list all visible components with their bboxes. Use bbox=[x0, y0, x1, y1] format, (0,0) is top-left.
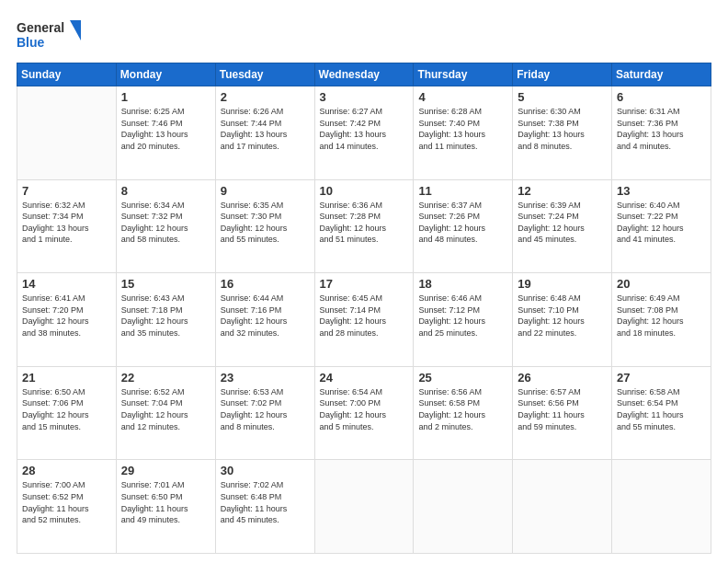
day-number: 19 bbox=[518, 277, 607, 291]
logo: GeneralBlue bbox=[17, 17, 81, 53]
day-info: Sunrise: 6:39 AM Sunset: 7:24 PM Dayligh… bbox=[518, 200, 607, 246]
day-info: Sunrise: 6:49 AM Sunset: 7:08 PM Dayligh… bbox=[617, 293, 706, 339]
calendar-cell: 13Sunrise: 6:40 AM Sunset: 7:22 PM Dayli… bbox=[612, 179, 711, 273]
day-number: 4 bbox=[418, 90, 507, 104]
day-info: Sunrise: 6:41 AM Sunset: 7:20 PM Dayligh… bbox=[22, 293, 111, 339]
calendar-cell: 8Sunrise: 6:34 AM Sunset: 7:32 PM Daylig… bbox=[116, 179, 215, 273]
day-info: Sunrise: 6:57 AM Sunset: 6:56 PM Dayligh… bbox=[518, 386, 607, 432]
day-number: 27 bbox=[617, 371, 706, 385]
calendar-cell: 18Sunrise: 6:46 AM Sunset: 7:12 PM Dayli… bbox=[414, 273, 513, 367]
day-info: Sunrise: 6:28 AM Sunset: 7:40 PM Dayligh… bbox=[418, 106, 507, 152]
day-info: Sunrise: 6:31 AM Sunset: 7:36 PM Dayligh… bbox=[617, 106, 706, 152]
day-number: 23 bbox=[221, 371, 310, 385]
calendar-cell: 22Sunrise: 6:52 AM Sunset: 7:04 PM Dayli… bbox=[116, 366, 215, 460]
day-number: 3 bbox=[320, 90, 409, 104]
day-info: Sunrise: 6:26 AM Sunset: 7:44 PM Dayligh… bbox=[221, 106, 310, 152]
day-info: Sunrise: 6:48 AM Sunset: 7:10 PM Dayligh… bbox=[518, 293, 607, 339]
calendar-cell: 20Sunrise: 6:49 AM Sunset: 7:08 PM Dayli… bbox=[612, 273, 711, 367]
weekday-header-tuesday: Tuesday bbox=[215, 63, 314, 86]
header: GeneralBlue bbox=[17, 17, 711, 53]
day-info: Sunrise: 6:58 AM Sunset: 6:54 PM Dayligh… bbox=[617, 386, 706, 432]
calendar-cell: 12Sunrise: 6:39 AM Sunset: 7:24 PM Dayli… bbox=[513, 179, 612, 273]
calendar-cell: 1Sunrise: 6:25 AM Sunset: 7:46 PM Daylig… bbox=[116, 86, 215, 180]
day-info: Sunrise: 6:53 AM Sunset: 7:02 PM Dayligh… bbox=[221, 386, 310, 432]
weekday-header-saturday: Saturday bbox=[612, 63, 711, 86]
calendar-cell: 16Sunrise: 6:44 AM Sunset: 7:16 PM Dayli… bbox=[215, 273, 314, 367]
calendar-cell: 4Sunrise: 6:28 AM Sunset: 7:40 PM Daylig… bbox=[414, 86, 513, 180]
day-number: 7 bbox=[22, 184, 111, 198]
day-number: 30 bbox=[221, 464, 310, 477]
calendar-cell: 27Sunrise: 6:58 AM Sunset: 6:54 PM Dayli… bbox=[612, 366, 711, 460]
calendar-cell: 3Sunrise: 6:27 AM Sunset: 7:42 PM Daylig… bbox=[314, 86, 414, 180]
logo-svg: GeneralBlue bbox=[17, 17, 81, 53]
calendar-cell: 26Sunrise: 6:57 AM Sunset: 6:56 PM Dayli… bbox=[513, 366, 612, 460]
calendar-cell bbox=[513, 460, 612, 554]
day-number: 9 bbox=[221, 184, 310, 198]
week-row-3: 14Sunrise: 6:41 AM Sunset: 7:20 PM Dayli… bbox=[17, 273, 711, 367]
day-number: 15 bbox=[121, 277, 210, 291]
calendar-cell: 5Sunrise: 6:30 AM Sunset: 7:38 PM Daylig… bbox=[513, 86, 612, 180]
day-number: 25 bbox=[418, 371, 507, 385]
calendar-cell: 2Sunrise: 6:26 AM Sunset: 7:44 PM Daylig… bbox=[215, 86, 314, 180]
weekday-header-row: SundayMondayTuesdayWednesdayThursdayFrid… bbox=[17, 63, 711, 86]
day-info: Sunrise: 6:34 AM Sunset: 7:32 PM Dayligh… bbox=[121, 200, 210, 246]
day-number: 8 bbox=[121, 184, 210, 198]
calendar-cell: 21Sunrise: 6:50 AM Sunset: 7:06 PM Dayli… bbox=[17, 366, 117, 460]
weekday-header-thursday: Thursday bbox=[414, 63, 513, 86]
day-info: Sunrise: 6:25 AM Sunset: 7:46 PM Dayligh… bbox=[121, 106, 210, 152]
calendar-cell: 9Sunrise: 6:35 AM Sunset: 7:30 PM Daylig… bbox=[215, 179, 314, 273]
calendar-cell: 14Sunrise: 6:41 AM Sunset: 7:20 PM Dayli… bbox=[17, 273, 117, 367]
calendar-cell bbox=[314, 460, 414, 554]
day-number: 2 bbox=[221, 90, 310, 104]
day-info: Sunrise: 6:44 AM Sunset: 7:16 PM Dayligh… bbox=[221, 293, 310, 339]
day-number: 17 bbox=[320, 277, 409, 291]
day-info: Sunrise: 7:01 AM Sunset: 6:50 PM Dayligh… bbox=[121, 479, 210, 525]
week-row-1: 1Sunrise: 6:25 AM Sunset: 7:46 PM Daylig… bbox=[17, 86, 711, 180]
svg-text:General: General bbox=[17, 20, 64, 35]
calendar-cell: 11Sunrise: 6:37 AM Sunset: 7:26 PM Dayli… bbox=[414, 179, 513, 273]
calendar-cell bbox=[414, 460, 513, 554]
calendar-cell bbox=[612, 460, 711, 554]
day-number: 26 bbox=[518, 371, 607, 385]
calendar-cell: 30Sunrise: 7:02 AM Sunset: 6:48 PM Dayli… bbox=[215, 460, 314, 554]
day-number: 10 bbox=[320, 184, 409, 198]
day-number: 13 bbox=[617, 184, 706, 198]
calendar-cell: 15Sunrise: 6:43 AM Sunset: 7:18 PM Dayli… bbox=[116, 273, 215, 367]
calendar-table: SundayMondayTuesdayWednesdayThursdayFrid… bbox=[17, 63, 711, 554]
weekday-header-monday: Monday bbox=[116, 63, 215, 86]
calendar-cell: 28Sunrise: 7:00 AM Sunset: 6:52 PM Dayli… bbox=[17, 460, 117, 554]
calendar-cell: 25Sunrise: 6:56 AM Sunset: 6:58 PM Dayli… bbox=[414, 366, 513, 460]
calendar-cell: 23Sunrise: 6:53 AM Sunset: 7:02 PM Dayli… bbox=[215, 366, 314, 460]
day-info: Sunrise: 6:45 AM Sunset: 7:14 PM Dayligh… bbox=[320, 293, 409, 339]
day-number: 5 bbox=[518, 90, 607, 104]
day-info: Sunrise: 6:37 AM Sunset: 7:26 PM Dayligh… bbox=[418, 200, 507, 246]
day-info: Sunrise: 6:52 AM Sunset: 7:04 PM Dayligh… bbox=[121, 386, 210, 432]
day-info: Sunrise: 6:54 AM Sunset: 7:00 PM Dayligh… bbox=[320, 386, 409, 432]
day-info: Sunrise: 6:30 AM Sunset: 7:38 PM Dayligh… bbox=[518, 106, 607, 152]
day-number: 14 bbox=[22, 277, 111, 291]
week-row-4: 21Sunrise: 6:50 AM Sunset: 7:06 PM Dayli… bbox=[17, 366, 711, 460]
day-info: Sunrise: 6:36 AM Sunset: 7:28 PM Dayligh… bbox=[320, 200, 409, 246]
calendar-cell: 10Sunrise: 6:36 AM Sunset: 7:28 PM Dayli… bbox=[314, 179, 414, 273]
day-number: 18 bbox=[418, 277, 507, 291]
weekday-header-sunday: Sunday bbox=[17, 63, 117, 86]
calendar-cell: 24Sunrise: 6:54 AM Sunset: 7:00 PM Dayli… bbox=[314, 366, 414, 460]
calendar-cell bbox=[17, 86, 117, 180]
day-info: Sunrise: 6:27 AM Sunset: 7:42 PM Dayligh… bbox=[320, 106, 409, 152]
day-info: Sunrise: 6:56 AM Sunset: 6:58 PM Dayligh… bbox=[418, 386, 507, 432]
day-info: Sunrise: 7:02 AM Sunset: 6:48 PM Dayligh… bbox=[221, 479, 310, 525]
week-row-5: 28Sunrise: 7:00 AM Sunset: 6:52 PM Dayli… bbox=[17, 460, 711, 554]
svg-text:Blue: Blue bbox=[17, 35, 45, 50]
calendar-cell: 7Sunrise: 6:32 AM Sunset: 7:34 PM Daylig… bbox=[17, 179, 117, 273]
week-row-2: 7Sunrise: 6:32 AM Sunset: 7:34 PM Daylig… bbox=[17, 179, 711, 273]
day-number: 1 bbox=[121, 90, 210, 104]
day-info: Sunrise: 6:40 AM Sunset: 7:22 PM Dayligh… bbox=[617, 200, 706, 246]
day-number: 12 bbox=[518, 184, 607, 198]
day-number: 21 bbox=[22, 371, 111, 385]
day-info: Sunrise: 6:43 AM Sunset: 7:18 PM Dayligh… bbox=[121, 293, 210, 339]
day-number: 24 bbox=[320, 371, 409, 385]
weekday-header-friday: Friday bbox=[513, 63, 612, 86]
page: GeneralBlue SundayMondayTuesdayWednesday… bbox=[0, 0, 728, 563]
calendar-cell: 6Sunrise: 6:31 AM Sunset: 7:36 PM Daylig… bbox=[612, 86, 711, 180]
weekday-header-wednesday: Wednesday bbox=[314, 63, 414, 86]
